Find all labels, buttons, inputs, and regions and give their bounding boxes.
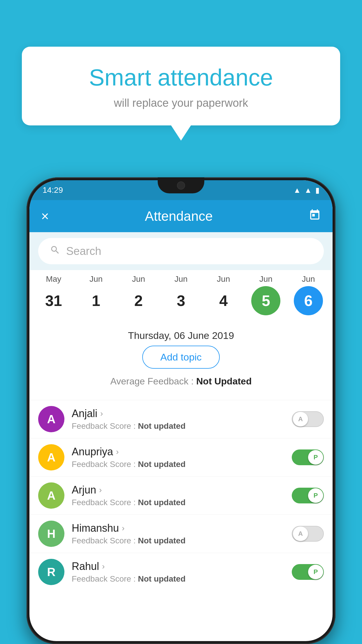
chevron-icon: › bbox=[102, 562, 105, 571]
attendance-toggle[interactable]: P bbox=[292, 449, 324, 465]
search-placeholder: Search bbox=[66, 245, 101, 258]
calendar-day-1[interactable]: Jun1 bbox=[78, 274, 115, 315]
feedback-average: Average Feedback : Not Updated bbox=[38, 376, 324, 387]
toggle-knob: P bbox=[308, 488, 323, 503]
chevron-icon: › bbox=[100, 409, 103, 418]
calendar-icon[interactable] bbox=[309, 209, 321, 224]
cal-date[interactable]: 1 bbox=[82, 286, 111, 315]
student-item[interactable]: HHimanshu ›Feedback Score : Not updatedA bbox=[29, 514, 333, 553]
signal-icon: ▲ bbox=[304, 186, 312, 195]
cal-month: Jun bbox=[132, 274, 145, 284]
speech-bubble-section: Smart attendance will replace your paper… bbox=[22, 47, 340, 125]
attendance-toggle[interactable]: P bbox=[292, 488, 324, 503]
student-feedback: Feedback Score : Not updated bbox=[72, 421, 284, 431]
bubble-subtitle: will replace your paperwork bbox=[36, 97, 326, 109]
cal-month: Jun bbox=[259, 274, 273, 284]
search-icon bbox=[50, 245, 60, 258]
search-bar[interactable]: Search bbox=[38, 238, 324, 264]
attendance-toggle[interactable]: A bbox=[292, 411, 324, 427]
calendar-day-3[interactable]: Jun3 bbox=[162, 274, 200, 315]
calendar-day-4[interactable]: Jun4 bbox=[205, 274, 242, 315]
selected-date: Thursday, 06 June 2019 bbox=[38, 324, 324, 346]
student-item[interactable]: AAnjali ›Feedback Score : Not updatedA bbox=[29, 400, 333, 438]
add-topic-button[interactable]: Add topic bbox=[142, 346, 220, 369]
toggle-wrapper[interactable]: A bbox=[292, 411, 324, 427]
battery-icon: ▮ bbox=[315, 186, 319, 195]
toggle-knob: P bbox=[308, 450, 323, 465]
cal-month: Jun bbox=[217, 274, 230, 284]
student-item[interactable]: AArjun ›Feedback Score : Not updatedP bbox=[29, 476, 333, 514]
phone-notch bbox=[158, 177, 204, 193]
status-icons: ▲ ▲ ▮ bbox=[294, 186, 319, 195]
student-name: Himanshu › bbox=[72, 522, 284, 534]
cal-date[interactable]: 3 bbox=[166, 286, 196, 315]
chevron-icon: › bbox=[116, 447, 119, 456]
student-name: Anjali › bbox=[72, 407, 284, 420]
student-name: Anupriya › bbox=[72, 446, 284, 458]
toggle-wrapper[interactable]: P bbox=[292, 449, 324, 465]
calendar-day-6[interactable]: Jun6 bbox=[290, 274, 327, 315]
cal-month: May bbox=[46, 274, 61, 284]
student-feedback: Feedback Score : Not updated bbox=[72, 498, 284, 507]
toggle-wrapper[interactable]: A bbox=[292, 526, 324, 542]
phone-screen: 14:29 ▲ ▲ ▮ × Attendance bbox=[29, 180, 333, 641]
student-info: Himanshu ›Feedback Score : Not updated bbox=[72, 522, 284, 545]
phone-outer: 14:29 ▲ ▲ ▮ × Attendance bbox=[27, 177, 335, 644]
attendance-toggle[interactable]: A bbox=[292, 526, 324, 542]
chevron-icon: › bbox=[99, 485, 102, 495]
cal-date[interactable]: 5 bbox=[251, 286, 280, 315]
student-name: Rahul › bbox=[72, 560, 284, 573]
student-info: Anupriya ›Feedback Score : Not updated bbox=[72, 446, 284, 469]
toggle-knob: A bbox=[293, 526, 308, 541]
phone-camera bbox=[177, 181, 185, 190]
chevron-icon: › bbox=[122, 524, 124, 533]
avatar: R bbox=[38, 559, 64, 585]
cal-date[interactable]: 4 bbox=[209, 286, 238, 315]
student-name: Arjun › bbox=[72, 484, 284, 496]
search-container: Search bbox=[29, 232, 333, 270]
bubble-title: Smart attendance bbox=[36, 64, 326, 91]
student-list: AAnjali ›Feedback Score : Not updatedAAA… bbox=[29, 400, 333, 591]
avatar: A bbox=[38, 482, 64, 509]
avatar: A bbox=[38, 406, 64, 432]
feedback-avg-value: Not Updated bbox=[196, 376, 252, 386]
phone-frame: 14:29 ▲ ▲ ▮ × Attendance bbox=[27, 177, 335, 644]
cal-date[interactable]: 31 bbox=[39, 286, 68, 315]
wifi-icon: ▲ bbox=[294, 186, 301, 195]
attendance-toggle[interactable]: P bbox=[292, 564, 324, 580]
toggle-wrapper[interactable]: P bbox=[292, 564, 324, 580]
calendar-day-31[interactable]: May31 bbox=[35, 274, 72, 315]
student-item[interactable]: AAnupriya ›Feedback Score : Not updatedP bbox=[29, 438, 333, 476]
toggle-knob: P bbox=[308, 565, 323, 579]
speech-bubble: Smart attendance will replace your paper… bbox=[22, 47, 340, 125]
toggle-wrapper[interactable]: P bbox=[292, 488, 324, 503]
status-time: 14:29 bbox=[43, 186, 63, 195]
header-title: Attendance bbox=[145, 208, 213, 224]
toggle-knob: A bbox=[293, 412, 308, 426]
student-item[interactable]: RRahul ›Feedback Score : Not updatedP bbox=[29, 553, 333, 591]
cal-date[interactable]: 2 bbox=[124, 286, 153, 315]
student-info: Rahul ›Feedback Score : Not updated bbox=[72, 560, 284, 584]
student-feedback: Feedback Score : Not updated bbox=[72, 460, 284, 469]
student-info: Arjun ›Feedback Score : Not updated bbox=[72, 484, 284, 507]
student-feedback: Feedback Score : Not updated bbox=[72, 536, 284, 545]
cal-date[interactable]: 6 bbox=[294, 286, 323, 315]
cal-month: Jun bbox=[302, 274, 315, 284]
student-feedback: Feedback Score : Not updated bbox=[72, 574, 284, 584]
feedback-avg-label: Average Feedback : bbox=[110, 376, 196, 386]
avatar: H bbox=[38, 521, 64, 547]
avatar: A bbox=[38, 444, 64, 470]
cal-month: Jun bbox=[174, 274, 187, 284]
app-header: × Attendance bbox=[29, 200, 333, 232]
calendar-strip: May31Jun1Jun2Jun3Jun4Jun5Jun6 bbox=[29, 270, 333, 318]
calendar-day-5[interactable]: Jun5 bbox=[247, 274, 284, 315]
main-content: Thursday, 06 June 2019 Add topic Average… bbox=[29, 318, 333, 400]
calendar-day-2[interactable]: Jun2 bbox=[120, 274, 157, 315]
cal-month: Jun bbox=[89, 274, 103, 284]
student-info: Anjali ›Feedback Score : Not updated bbox=[72, 407, 284, 431]
close-button[interactable]: × bbox=[41, 208, 49, 224]
